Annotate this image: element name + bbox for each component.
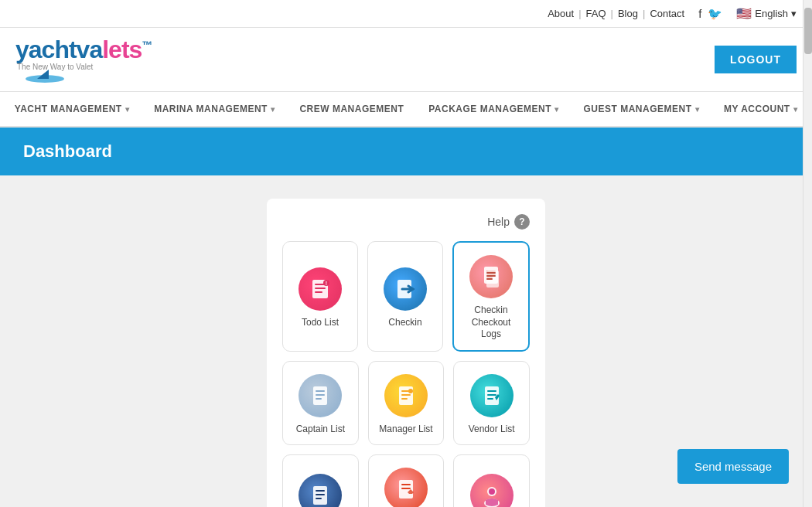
svg-rect-4 [315,288,326,289]
svg-rect-21 [316,398,322,400]
checkin-label: Checkin [388,317,421,329]
twitter-icon[interactable]: 🐦 [708,7,722,21]
blog-link[interactable]: Blog [618,8,638,19]
nav-my-account-arrow: ▾ [793,105,798,114]
page-title: Dashboard [23,141,112,161]
vendor-list-label: Vendor List [469,424,515,436]
dashboard-card: Help ? ! Todo List [267,199,545,507]
top-nav-links: About | FAQ | Blog | Contact [548,8,684,19]
svg-rect-33 [316,494,325,495]
todo-list-label: Todo List [302,317,339,329]
vendor-list-icon [470,374,513,417]
checkin-checkout-logs-label: Checkin Checkout Logs [460,305,522,341]
nav-yacht-management-label: YACHT MANAGEMENT [15,104,122,114]
nav-crew-management[interactable]: CREW MANAGEMENT [287,92,416,126]
top-bar: About | FAQ | Blog | Contact f 🐦 🇺🇸 Engl… [0,0,812,28]
nav-yacht-management[interactable]: YACHT MANAGEMENT ▾ [2,92,142,126]
send-message-button[interactable]: Send message [677,449,789,484]
divider3: | [643,8,645,19]
vendor-list-item[interactable]: Vendor List [453,361,530,446]
manager-list-item[interactable]: Manager List [368,361,445,446]
nav-package-management-label: PACKAGE MANAGEMENT [428,104,551,114]
svg-rect-24 [401,394,411,396]
dashboard-header: Dashboard [0,128,812,175]
manager-list-label: Manager List [379,424,432,436]
language-selector[interactable]: 🇺🇸 English ▾ [736,6,797,21]
nav-crew-management-label: CREW MANAGEMENT [299,104,404,114]
language-label: English [755,8,788,19]
svg-rect-30 [487,398,493,400]
grid-row-1: ! Todo List Checkin [282,241,530,352]
svg-rect-32 [316,490,325,492]
svg-point-26 [408,389,413,393]
grid-row-3: Vessel Listing Vessel Service Request Li… [282,454,530,507]
svg-rect-17 [486,278,493,280]
nav-guest-management-arrow: ▾ [695,105,700,114]
vessel-service-request-icon [384,468,428,507]
todo-list-icon: ! [299,267,342,311]
divider1: | [578,8,581,19]
svg-rect-28 [487,390,496,392]
captain-list-item[interactable]: Captain List [282,361,359,446]
divider2: | [611,8,613,19]
help-label: Help [487,216,510,228]
facebook-icon[interactable]: f [698,7,701,21]
header: yachtvalets™ The New Way to Valet LOGOUT [0,28,812,92]
logo-text: yachtvalets™ [15,36,152,64]
vessel-listing-icon [299,474,342,507]
svg-rect-36 [401,484,411,485]
checkin-checkout-logs-icon [469,255,513,298]
svg-rect-34 [316,498,322,499]
help-row: Help ? [282,214,530,230]
faq-link[interactable]: FAQ [586,8,606,19]
svg-rect-25 [401,398,408,400]
nav-package-management[interactable]: PACKAGE MANAGEMENT ▾ [416,92,571,126]
contact-link[interactable]: Contact [650,8,684,19]
vessel-service-request-item[interactable]: Vessel Service Request List [368,454,445,507]
logout-button[interactable]: LOGOUT [715,46,797,73]
nav-yacht-management-arrow: ▾ [125,105,130,114]
logo-boat-icon [22,68,68,83]
scrollbar[interactable] [803,0,812,507]
scrollbar-thumb[interactable] [804,8,812,54]
svg-rect-20 [316,394,325,396]
nav-guest-management[interactable]: GUEST MANAGEMENT ▾ [571,92,712,126]
nav-my-account-label: MY ACCOUNT [724,104,790,114]
flag-icon: 🇺🇸 [736,6,752,21]
nav-package-management-arrow: ▾ [554,105,559,114]
checkin-item[interactable]: Checkin [367,241,443,352]
nav-marina-management[interactable]: MARINA MANAGEMENT ▾ [142,92,287,126]
svg-rect-16 [486,275,496,277]
svg-rect-37 [401,488,411,489]
captain-list-label: Captain List [296,424,345,436]
svg-point-40 [489,488,495,495]
grid-row-2: Captain List Manager List [282,361,530,446]
help-icon[interactable]: ? [514,214,530,230]
crew-staff-list-item[interactable]: Crew Staff List [453,454,530,507]
manager-list-icon [384,374,428,417]
language-dropdown-arrow: ▾ [791,8,797,19]
nav-bar: YACHT MANAGEMENT ▾ MARINA MANAGEMENT ▾ C… [0,92,812,128]
svg-rect-15 [486,272,496,274]
about-link[interactable]: About [548,8,574,19]
crew-staff-list-icon [470,474,513,507]
nav-my-account[interactable]: MY ACCOUNT ▾ [711,92,810,126]
vessel-listing-item[interactable]: Vessel Listing [282,454,359,507]
checkin-checkout-logs-item[interactable]: Checkin Checkout Logs [452,241,530,352]
nav-marina-management-label: MARINA MANAGEMENT [154,104,268,114]
svg-text:!: ! [326,281,327,286]
nav-marina-management-arrow: ▾ [271,105,275,114]
svg-rect-5 [315,291,322,293]
social-icons: f 🐦 [698,7,722,21]
checkin-icon [384,267,427,311]
captain-list-icon [299,374,342,417]
svg-rect-19 [316,390,325,392]
nav-guest-management-label: GUEST MANAGEMENT [584,104,692,114]
logo[interactable]: yachtvalets™ The New Way to Valet [15,36,152,83]
svg-rect-29 [487,394,496,396]
todo-list-item[interactable]: ! Todo List [282,241,358,352]
